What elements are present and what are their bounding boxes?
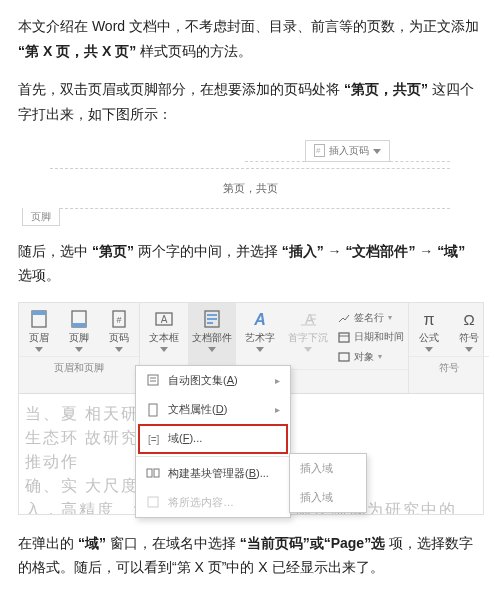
text-bold: “域” — [78, 535, 106, 551]
textbox-icon: A — [154, 309, 174, 329]
quick-parts-button[interactable]: 文档部件 — [188, 303, 236, 370]
group-caption: 页眉和页脚 — [19, 356, 139, 380]
svg-rect-27 — [147, 469, 152, 477]
text-bold: “第页” — [92, 243, 134, 259]
header-icon — [29, 309, 49, 329]
svg-rect-9 — [207, 314, 217, 316]
text-bold: “文档部件” — [345, 243, 415, 259]
menu-item-building-blocks[interactable]: 构建基块管理器(B)... — [136, 459, 290, 488]
label: 签名行 — [354, 309, 384, 327]
svg-rect-1 — [32, 311, 46, 315]
dropcap-icon: A — [298, 309, 318, 329]
tooltip-line: 插入域 — [290, 483, 366, 512]
text: 本文介绍在 Word 文档中，不考虑封面、目录、前言等的页数，为正文添加 — [18, 18, 479, 34]
label: 首字下沉 — [288, 332, 328, 344]
footer-button[interactable]: 页脚 — [59, 303, 99, 357]
datetime-button[interactable]: 日期和时间 — [338, 328, 404, 346]
symbol-icon: Ω — [459, 309, 479, 329]
svg-rect-22 — [148, 375, 158, 385]
quick-parts-dropdown: 自动图文集(A) ▸ 文档属性(D) ▸ [=] 域(F)... 构建基块管理器… — [135, 365, 291, 518]
label: 艺术字 — [245, 332, 275, 344]
autotext-icon — [146, 373, 160, 387]
equation-icon: π — [419, 309, 439, 329]
chevron-down-icon — [208, 347, 216, 352]
pagenum-button[interactable]: # 页码 — [99, 303, 139, 357]
chevron-down-icon — [256, 347, 264, 352]
dropcap-button[interactable]: A 首字下沉 — [284, 303, 332, 370]
text-bold: “第 X 页，共 X 页” — [18, 43, 136, 59]
label: 页眉 — [29, 332, 49, 344]
label: 页脚 — [69, 332, 89, 344]
save-selection-icon — [146, 495, 160, 509]
header-button[interactable]: 页眉 — [19, 303, 59, 357]
menu-item-autotext[interactable]: 自动图文集(A) ▸ — [136, 366, 290, 395]
chevron-down-icon — [35, 347, 43, 352]
svg-text:A: A — [161, 314, 168, 325]
chevron-down-icon — [425, 347, 433, 352]
svg-rect-25 — [149, 404, 157, 416]
svg-text:Ω: Ω — [463, 311, 474, 328]
footer-tab-label: 页脚 — [22, 208, 60, 227]
text: 样式页码的方法。 — [140, 43, 252, 59]
text: 选项。 — [18, 267, 60, 283]
text: 窗口，在域名中选择 — [110, 535, 236, 551]
svg-text:[=]: [=] — [148, 434, 160, 445]
wordart-button[interactable]: A 艺术字 — [236, 303, 284, 370]
field-tooltip: 插入域 插入域 — [289, 453, 367, 514]
group-caption: 符号 — [409, 356, 489, 380]
text: 随后，选中 — [18, 243, 88, 259]
equation-button[interactable]: π 公式 — [409, 303, 449, 357]
step1-paragraph: 首先，双击页眉或页脚部分，在想要添加的页码处将 “第页，共页” 这四个字打出来，… — [18, 77, 482, 126]
text: 两个字的中间，并选择 — [138, 243, 278, 259]
svg-rect-10 — [207, 318, 217, 320]
label: 自动图文集(A) — [168, 371, 238, 390]
svg-rect-19 — [339, 353, 349, 361]
submenu-arrow-icon: ▸ — [275, 372, 280, 390]
ribbon-group-header-footer: 页眉 页脚 # 页码 — [19, 303, 140, 393]
label: 公式 — [419, 332, 439, 344]
insert-pagenum-button[interactable]: 插入页码 — [305, 140, 390, 162]
properties-icon — [146, 403, 160, 417]
text-bold: “域” — [437, 243, 465, 259]
footer-center-text: 第页，共页 — [223, 179, 278, 198]
signature-line-button[interactable]: 签名行▾ — [338, 309, 404, 327]
svg-rect-11 — [207, 322, 213, 324]
chevron-down-icon — [75, 347, 83, 352]
label: 将所选内容… — [168, 493, 234, 512]
text-bold: “第页，共页” — [344, 81, 428, 97]
menu-item-field[interactable]: [=] 域(F)... — [136, 424, 290, 453]
chevron-down-icon — [115, 347, 123, 352]
text: 首先，双击页眉或页脚部分，在想要添加的页码处将 — [18, 81, 340, 97]
step3-paragraph: 在弹出的 “域” 窗口，在域名中选择 “当前页码”或“Page”选 项，选择数字… — [18, 531, 482, 580]
ribbon-group-symbols: π 公式 Ω 符号 符号 — [408, 303, 489, 393]
svg-text:A: A — [253, 311, 266, 328]
label: 插入页码 — [329, 142, 369, 160]
label: 文档属性(D) — [168, 400, 227, 419]
quick-parts-icon — [202, 309, 222, 329]
ribbon-mini-column: 签名行▾ 日期和时间 对象▾ — [332, 303, 408, 370]
tooltip-line: 插入域 — [290, 454, 366, 483]
menu-item-doc-properties[interactable]: 文档属性(D) ▸ — [136, 395, 290, 424]
svg-text:π: π — [423, 311, 434, 328]
svg-rect-29 — [148, 497, 158, 507]
submenu-arrow-icon: ▸ — [275, 401, 280, 419]
object-button[interactable]: 对象▾ — [338, 348, 404, 366]
field-icon: [=] — [146, 432, 160, 446]
step2-paragraph: 随后，选中 “第页” 两个字的中间，并选择 “插入” → “文档部件” → “域… — [18, 239, 482, 288]
intro-paragraph: 本文介绍在 Word 文档中，不考虑封面、目录、前言等的页数，为正文添加 “第 … — [18, 14, 482, 63]
label: 符号 — [459, 332, 479, 344]
text: 在弹出的 — [18, 535, 74, 551]
textbox-button[interactable]: A 文本框 — [140, 303, 188, 370]
text-bold: “插入” — [282, 243, 324, 259]
chevron-down-icon — [160, 347, 168, 352]
chevron-down-icon — [304, 347, 312, 352]
chevron-down-icon — [465, 347, 473, 352]
label: 域(F)... — [168, 429, 202, 448]
label: 文档部件 — [192, 332, 232, 344]
text-bold: “当前页码”或“Page”选 — [240, 535, 385, 551]
label: 构建基块管理器(B)... — [168, 464, 269, 483]
symbol-button[interactable]: Ω 符号 — [449, 303, 489, 357]
menu-item-save-selection: 将所选内容… — [136, 488, 290, 517]
footer-icon — [69, 309, 89, 329]
label: 日期和时间 — [354, 328, 404, 346]
